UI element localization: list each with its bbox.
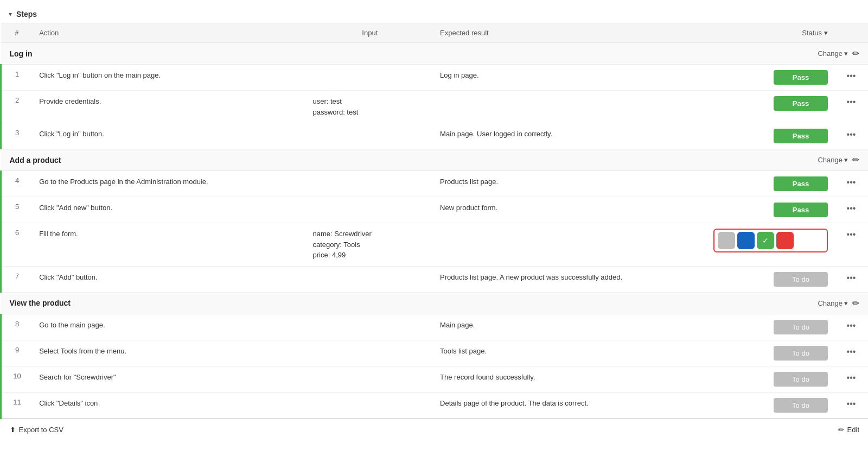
more-options-button[interactable]: ••• bbox=[844, 272, 859, 284]
change-button[interactable]: Change ▾ bbox=[818, 156, 848, 164]
edit-label: Edit bbox=[847, 426, 859, 434]
status-todo-button[interactable]: To do bbox=[774, 272, 828, 287]
status-todo-button[interactable]: To do bbox=[774, 372, 828, 387]
expected-cell: Main page. User logged in correctly. bbox=[433, 123, 707, 149]
more-options-button[interactable]: ••• bbox=[844, 229, 859, 241]
edit-button[interactable]: ✏ Edit bbox=[838, 426, 859, 434]
more-cell: ••• bbox=[834, 197, 868, 223]
table-row: 11 Click "Details" icon Details page of … bbox=[1, 392, 869, 419]
expected-cell: Products list page. bbox=[433, 171, 707, 197]
action-text: Go to the Products page in the Administr… bbox=[39, 178, 208, 186]
more-options-button[interactable]: ••• bbox=[844, 129, 859, 141]
input-cell bbox=[307, 392, 434, 419]
steps-section-header[interactable]: ▾ Steps bbox=[0, 5, 868, 23]
row-number: 2 bbox=[15, 96, 19, 104]
row-number: 4 bbox=[15, 176, 19, 185]
table-row: 1 Click "Log in" button on the main page… bbox=[1, 65, 869, 91]
input-cell bbox=[307, 123, 434, 149]
section-edit-button[interactable]: ✏ bbox=[852, 298, 859, 308]
more-options-button[interactable]: ••• bbox=[844, 203, 859, 214]
status-fail-button[interactable] bbox=[776, 232, 794, 249]
expected-text: The record found successfully. bbox=[440, 373, 535, 381]
status-cell: To do bbox=[707, 266, 834, 292]
expected-text: Products list page. bbox=[440, 178, 498, 186]
expected-cell: Main page. bbox=[433, 314, 707, 340]
status-in-progress-button[interactable] bbox=[737, 232, 755, 249]
status-pass-button[interactable]: Pass bbox=[774, 129, 828, 143]
status-cell: To do bbox=[707, 340, 834, 366]
edit-pencil-icon: ✏ bbox=[838, 426, 844, 434]
more-options-button[interactable]: ••• bbox=[844, 320, 859, 332]
status-cell: Pass bbox=[707, 171, 834, 197]
steps-table-wrapper: # Action Input Expected result Status ▾ … bbox=[0, 23, 868, 440]
expected-cell: Products list page. A new product was su… bbox=[433, 266, 707, 292]
row-num-cell: 1 bbox=[1, 65, 33, 91]
more-options-button[interactable]: ••• bbox=[844, 346, 859, 358]
action-text: Click "Log in" button. bbox=[39, 130, 104, 138]
more-options-button[interactable]: ••• bbox=[844, 96, 859, 108]
section-edit-button[interactable]: ✏ bbox=[852, 155, 859, 165]
more-cell: ••• bbox=[834, 314, 868, 340]
status-unset-button[interactable] bbox=[718, 232, 735, 249]
more-options-button[interactable]: ••• bbox=[844, 70, 859, 82]
col-header-status[interactable]: Status ▾ bbox=[707, 23, 834, 43]
sort-chevron-icon: ▾ bbox=[824, 29, 828, 37]
expected-text: Log in page. bbox=[440, 71, 479, 79]
status-pass-button[interactable]: Pass bbox=[774, 96, 828, 111]
table-row: 8 Go to the main page. Main page. To do … bbox=[1, 314, 869, 340]
input-text: user: testpassword: test bbox=[313, 97, 359, 116]
change-button[interactable]: Change ▾ bbox=[818, 299, 848, 307]
col-header-action: Action bbox=[33, 23, 306, 43]
change-chevron-icon: ▾ bbox=[844, 299, 848, 307]
input-cell bbox=[307, 340, 434, 366]
action-cell: Fill the form. bbox=[33, 223, 306, 267]
row-number: 5 bbox=[15, 203, 19, 211]
col-header-expected: Expected result bbox=[433, 23, 707, 43]
row-number: 10 bbox=[13, 372, 21, 380]
change-chevron-icon: ▾ bbox=[844, 156, 848, 164]
expected-cell: Log in page. bbox=[433, 65, 707, 91]
status-todo-button[interactable]: To do bbox=[774, 398, 828, 413]
section-row-2: View the product Change ▾ ✏ bbox=[1, 292, 869, 314]
footer-content: ⬆ Export to CSV ✏ Edit bbox=[10, 426, 860, 434]
steps-title: Steps bbox=[16, 10, 37, 18]
more-options-button[interactable]: ••• bbox=[844, 372, 859, 384]
row-number: 11 bbox=[13, 398, 21, 406]
status-cell: Pass bbox=[707, 123, 834, 149]
status-pass-picker-button[interactable]: ✓ bbox=[757, 232, 774, 249]
export-label: Export to CSV bbox=[19, 426, 63, 434]
action-text: Click "Add" button. bbox=[39, 273, 98, 281]
section-name-cell: View the product bbox=[1, 292, 707, 314]
row-number: 7 bbox=[15, 272, 19, 280]
status-pass-button[interactable]: Pass bbox=[774, 70, 828, 85]
action-cell: Click "Log in" button on the main page. bbox=[33, 65, 306, 91]
table-row: 5 Click "Add new" button. New product fo… bbox=[1, 197, 869, 223]
status-pass-button[interactable]: Pass bbox=[774, 203, 828, 217]
status-todo-button[interactable]: To do bbox=[774, 320, 828, 334]
table-row: 3 Click "Log in" button. Main page. User… bbox=[1, 123, 869, 149]
more-cell: ••• bbox=[834, 65, 868, 91]
status-cell: To do bbox=[707, 366, 834, 392]
section-edit-button[interactable]: ✏ bbox=[852, 48, 859, 59]
row-number: 3 bbox=[15, 129, 19, 137]
footer-cell: ⬆ Export to CSV ✏ Edit bbox=[1, 419, 869, 440]
more-cell: ••• bbox=[834, 91, 868, 123]
row-number: 8 bbox=[15, 320, 19, 328]
more-options-button[interactable]: ••• bbox=[844, 398, 859, 410]
section-actions-cell: Change ▾ ✏ bbox=[707, 43, 868, 65]
status-cell: ✓ bbox=[707, 223, 834, 267]
row-num-cell: 6 bbox=[1, 223, 33, 267]
status-sort-button[interactable]: Status ▾ bbox=[802, 29, 828, 37]
steps-table: # Action Input Expected result Status ▾ … bbox=[0, 23, 868, 440]
expected-cell bbox=[433, 91, 707, 123]
change-button[interactable]: Change ▾ bbox=[818, 49, 848, 58]
expected-text: Tools list page. bbox=[440, 347, 487, 355]
status-pass-button[interactable]: Pass bbox=[774, 176, 828, 191]
more-options-button[interactable]: ••• bbox=[844, 176, 859, 188]
export-csv-button[interactable]: ⬆ Export to CSV bbox=[10, 426, 63, 434]
row-num-cell: 10 bbox=[1, 366, 33, 392]
row-number: 9 bbox=[15, 346, 19, 354]
action-text: Provide credentials. bbox=[39, 97, 101, 105]
status-todo-button[interactable]: To do bbox=[774, 346, 828, 361]
input-cell bbox=[307, 314, 434, 340]
